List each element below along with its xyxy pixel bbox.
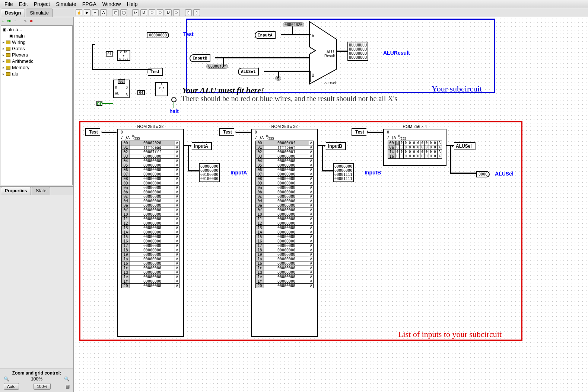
rom-row[interactable]: 0800000000A [255, 176, 314, 181]
rom-row[interactable]: 0900000000A [255, 181, 314, 186]
add-circuit-icon[interactable]: + [1, 19, 5, 23]
rom-row[interactable]: 1500000000A [121, 234, 179, 239]
alusel-pin[interactable]: ALUSel [238, 68, 259, 75]
menu-fpga[interactable]: FPGA [79, 0, 99, 8]
tab-simulate[interactable]: Simulate [26, 9, 53, 17]
rom-row[interactable]: 0400000000A [255, 158, 314, 163]
zoom-in-icon[interactable]: 🔍 [64, 376, 70, 382]
rom-row[interactable]: 0a0000000000A [388, 145, 442, 150]
rom-row[interactable]: 1d00000000A [255, 270, 314, 275]
test-tunnel-s[interactable]: Test [352, 128, 368, 136]
menu-edit[interactable]: Edit [16, 0, 31, 8]
input-b-tunnel[interactable]: InputB [324, 142, 346, 150]
rom-row[interactable]: 0200000001A [255, 150, 314, 154]
tool-wire-icon[interactable]: ⌐ [92, 9, 99, 16]
rom-row[interactable]: 1000000000A [121, 212, 179, 217]
tool-or-icon[interactable]: ⊃ [149, 9, 155, 16]
rom-row[interactable]: 2000000000A [121, 283, 179, 288]
rom-row[interactable]: 0300000000A [255, 154, 314, 159]
tool-reg-icon[interactable]: ▯ [193, 9, 200, 16]
rom-row[interactable]: 0d00000000A [255, 199, 314, 203]
rom-row[interactable]: 01ffffbeefA [255, 145, 314, 150]
input-b-pin[interactable]: InputB [190, 54, 210, 62]
rom-row[interactable]: 0b00000000A [121, 190, 179, 195]
rom-row[interactable]: 1a00000000A [255, 257, 314, 261]
rom-row[interactable]: 1b00000000A [121, 261, 179, 266]
zoom-100-button[interactable]: 100% [34, 383, 51, 390]
menu-window[interactable]: Window [99, 0, 124, 8]
rom-row[interactable]: 1d00000000A [121, 270, 179, 275]
tree-lib-alu[interactable]: ▸alu [2, 71, 71, 77]
rom-row[interactable]: 0c00000000A [121, 194, 179, 199]
rom-row[interactable]: 0400000000A [121, 158, 179, 163]
rom-row[interactable]: 0a00000000A [121, 185, 179, 190]
clock-icon[interactable] [96, 101, 102, 106]
tool-input-pin-icon[interactable]: ▢ [112, 9, 119, 16]
tool-nand-icon[interactable]: D [165, 9, 172, 16]
rom-row[interactable]: 0700000000A [121, 172, 179, 177]
rom-row[interactable]: 0800000000A [121, 176, 179, 181]
rom-row[interactable]: 1e00000000A [255, 274, 314, 279]
rom-row[interactable]: 1c00000000A [255, 266, 314, 270]
adder[interactable]: c in+c out [117, 50, 130, 61]
rom-row[interactable]: 1800000000A [121, 248, 179, 253]
rom-row[interactable]: 0a00000000A [255, 185, 314, 190]
rom-row[interactable]: 1400000000A [121, 230, 179, 235]
rom-a[interactable]: ROM 256 x 32 07 }A 0⁄255 0000002020A01ff… [117, 129, 184, 337]
delete-icon[interactable]: ✖ [29, 19, 34, 23]
menu-project[interactable]: Project [31, 0, 53, 8]
test-tunnel-a[interactable]: Test [85, 128, 102, 136]
tool-select-icon[interactable]: ▶ [84, 9, 90, 16]
rom-row[interactable]: 2000000000A [255, 283, 314, 288]
rom-row[interactable]: 1300000000A [255, 225, 314, 230]
rom-row[interactable]: 0200007fffA [121, 150, 179, 154]
tool-output-pin-icon[interactable]: ◯ [120, 9, 127, 16]
rom-row[interactable]: 1e00000000A [121, 274, 179, 279]
rom-row[interactable]: 0700000000A [255, 172, 314, 177]
grid-toggle-icon[interactable]: ▦ [66, 384, 70, 389]
rom-row[interactable]: 1900000000A [255, 252, 314, 257]
menu-file[interactable]: File [1, 0, 16, 8]
tab-state[interactable]: State [32, 187, 50, 195]
tool-poke-icon[interactable]: ☝ [76, 9, 82, 16]
rom-row[interactable]: 0f00000000A [255, 208, 314, 212]
alusel-tunnel[interactable]: ALUSel [452, 142, 476, 150]
add-vhdl-icon[interactable]: VH [6, 19, 12, 23]
tree-lib-plexers[interactable]: ▸Plexers [2, 52, 71, 58]
rom-row[interactable]: 1e0000000000A [388, 154, 442, 159]
rom-row[interactable]: 0300000000A [121, 154, 179, 159]
rom-row[interactable]: 1000000000A [255, 212, 314, 217]
tool-dff-icon[interactable]: ▯ [185, 9, 192, 16]
rom-row[interactable]: 1200000000A [121, 221, 179, 226]
input-a-pin[interactable]: InputA [255, 31, 276, 39]
rom-row[interactable]: 0600000000A [255, 167, 314, 172]
rom-row[interactable]: 0d00000000A [121, 199, 179, 203]
rom-row[interactable]: 140000000000A [388, 150, 442, 154]
rom-row[interactable]: 1f00000000A [255, 279, 314, 284]
tree-lib-memory[interactable]: ▸Memory [2, 64, 71, 71]
tree-project[interactable]: ▣alu-a... [2, 26, 71, 33]
tree-main[interactable]: ▣main [2, 33, 71, 39]
menu-help[interactable]: Help [124, 0, 141, 8]
tool-not-icon[interactable]: ⊳ [132, 9, 139, 16]
circuit-canvas[interactable]: Your subcircuit Your ALU must fit here! … [74, 17, 588, 392]
counter-display[interactable]: 00000000 [147, 32, 169, 38]
rom-row[interactable]: 0500000000A [121, 163, 179, 168]
register[interactable]: 00 D Q WE R [113, 80, 130, 98]
rom-row[interactable]: 0b00000000A [255, 190, 314, 195]
rom-row[interactable]: 0900000000A [121, 181, 179, 186]
alu-block[interactable]: A B ALUSel ALU Result [309, 21, 342, 88]
rom-row[interactable]: 0000000f0fA [255, 141, 314, 145]
rom-row[interactable]: 1500000000A [255, 234, 314, 239]
rom-row[interactable]: 0000002020A [121, 141, 179, 145]
rom-row[interactable]: 1100000000A [121, 216, 179, 221]
tree-lib-wiring[interactable]: ▸Wiring [2, 39, 71, 45]
move-down-icon[interactable]: ↓ [18, 19, 22, 23]
menu-simulate[interactable]: Simulate [53, 0, 79, 8]
rom-row[interactable]: 1700000000A [255, 243, 314, 248]
zoom-out-icon[interactable]: 🔍 [4, 376, 9, 382]
tool-text-icon[interactable]: A [100, 9, 107, 16]
tree-lib-arithmetic[interactable]: ▸Arithmetic [2, 58, 71, 64]
tab-properties[interactable]: Properties [1, 187, 31, 195]
rom-row[interactable]: 1600000000A [255, 239, 314, 244]
